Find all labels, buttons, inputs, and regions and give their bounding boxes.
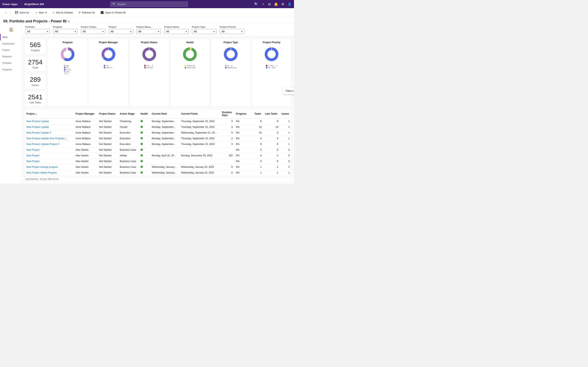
filter-select-program[interactable]: All ▾ [53,29,78,34]
sidebar-item-work[interactable]: Work [0,34,22,40]
cell-late-tasks: 1 [263,164,280,170]
tab-projects_timeline[interactable]: Projects Timeline [62,182,87,184]
tab-projects_tasks_timeline[interactable]: Projects and Tasks Timeline [87,182,124,184]
tab-cost_budgets[interactable]: Cost and Budgets [136,182,162,184]
sidebar-item-projects[interactable]: Projects [0,47,22,53]
cell-start: Monday, September... [150,141,180,147]
chart-program[interactable]: Program test 02... IT 111 010... P... [48,39,87,107]
cell-project[interactable]: New Project change program [25,164,74,170]
settings-icon[interactable]: ⚙ [281,2,284,6]
filter-select-project_type[interactable]: All ▾ [192,29,216,34]
refresh-icon: ↺ [78,11,81,14]
filter-group-project_priority: Project Priority All ▾ [220,26,244,34]
back-button[interactable]: ← [3,9,9,16]
content-area: Portfolio All ▾ Program All ▾ Project Te… [22,24,294,184]
filter-select-project[interactable]: All ▾ [109,29,133,34]
cell-health [139,158,150,164]
chart-health[interactable]: Health Yellow 26 Green 524 [170,39,210,107]
col-stage[interactable]: Active Stage [118,109,139,118]
cell-tasks: 9 [253,141,263,147]
col-start[interactable]: Current Start [150,109,180,118]
chevron-down-icon: ▾ [75,30,76,33]
plus-icon[interactable]: ＋ [261,2,265,6]
col-finish[interactable]: Current Finish [180,109,220,118]
tab-work[interactable]: Work [124,182,137,184]
sidebar-item-requests[interactable]: Requests [0,53,22,60]
tab-right-arrow[interactable]: › [28,183,32,184]
page-title-chevron[interactable]: ▾ [68,20,70,23]
cell-project[interactable]: New Project [25,147,74,153]
cell-project[interactable]: New Project [25,153,74,158]
sidebar-item-portfolios[interactable]: Portfolios [0,60,22,66]
toolbar: ← 💾 Save As ＋ New ▾ ✓ Set As Default ↺ R… [0,8,294,17]
col-status[interactable]: Project Status [97,109,118,118]
progress-value: 0% [236,160,240,163]
open-powerbi-button[interactable]: ⬛ Open in Power BI [98,10,128,15]
tabs-container: Portfolio DashboardProjects TimelineProj… [32,182,162,184]
cell-project[interactable]: New Project delete Program [25,170,74,175]
cell-stage: Execution [118,130,139,136]
search-area: 🔍 Search [47,2,251,7]
cell-late-tasks: 1 [263,170,280,175]
chart-project_type[interactable]: Project Type Im... 3 (Blank) 491 [211,39,251,107]
cell-stage: Business Case [118,158,139,164]
cell-status: Not Started [97,118,118,124]
cell-status: Not Started [97,124,118,130]
app-name: BrightWork 365 [21,3,44,6]
table-row: New Project Alex Hankin Not Started Busi… [25,158,291,164]
user-icon[interactable]: 👤 [287,2,292,6]
cell-health [139,136,150,141]
chart-project_manager[interactable]: Project Manager An... Alex H... [88,39,129,107]
col-health[interactable]: Health [139,109,150,118]
chart-donut-project_status [140,45,158,64]
new-button[interactable]: ＋ New ▾ [33,9,49,16]
chart-project_status[interactable]: Project Status Can... 3 Not Sta... [129,39,169,107]
save-as-button[interactable]: 💾 Save As [12,10,32,15]
search-icon-top[interactable]: 🔍 [254,2,258,6]
col-late-tasks[interactable]: Late Tasks [263,109,280,118]
cell-duration: 3 [220,124,234,130]
col-progress[interactable]: Progress [234,109,253,118]
search-box[interactable]: 🔍 Search [110,2,188,7]
cell-project[interactable]: New Product Update [25,124,74,130]
filter-value-project: All [111,30,113,33]
set-default-button[interactable]: ✓ Set As Default [50,10,75,15]
tab-left-arrow[interactable]: ‹ [24,183,28,184]
sidebar-item-dashboards[interactable]: Dashboards [0,40,22,47]
filter-select-project_template[interactable]: All ▾ [81,29,105,34]
filter-select-project_status[interactable]: All ▾ [164,29,189,34]
stat-late-tasks-label: Late Tasks [28,101,43,104]
filter-select-portfolio[interactable]: All ▾ [25,29,50,34]
table-header-row: Project ▲ Project Manager Project Status… [25,109,291,118]
chart-project_priority[interactable]: Project Priority 1. Very ... 3 All... 55… [251,39,292,107]
col-duration[interactable]: DurationDays [220,109,234,118]
cell-project[interactable]: New Project [25,158,74,164]
cell-project[interactable]: New Product Update 3 [25,130,74,136]
cell-manager: Alex Hankin [74,164,97,170]
filter-value-project_template: All [83,30,86,33]
col-issues[interactable]: Issues [280,109,291,118]
sidebar-item-programs[interactable]: Programs [0,66,22,73]
filter-value-portfolio: All [27,30,30,33]
chart-title-project_status: Project Status [141,41,157,44]
col-tasks[interactable]: Tasks [253,109,263,118]
refresh-button[interactable]: ↺ Refresh All [76,10,97,15]
filter-group-project_type: Project Type All ▾ [192,26,216,34]
progress-value: 0% [236,137,240,140]
sidebar-item-home[interactable]: 🏠 [0,25,22,34]
cell-project[interactable]: New Product Update from Projects (... [25,136,74,141]
stat-late-tasks-number: 2541 [28,94,43,101]
filter-icon[interactable]: ⊟ [268,2,271,6]
bell-icon[interactable]: 🔔 [274,2,278,6]
filter-group-project: Project All ▾ [109,26,133,34]
col-project[interactable]: Project ▲ [25,109,74,118]
col-manager[interactable]: Project Manager [74,109,97,118]
filter-select-project_manager[interactable]: All ▾ [136,29,161,34]
cell-project[interactable]: New Product Update Project 2 [25,141,74,147]
stat-projects-number: 565 [28,42,43,49]
filter-select-project_priority[interactable]: All ▾ [220,29,244,34]
cell-issues: 1 [280,141,291,147]
cell-project[interactable]: New Product Update [25,118,74,124]
cell-duration: 252 [220,153,234,158]
tab-portfolio_dashboard[interactable]: Portfolio Dashboard [32,182,62,184]
